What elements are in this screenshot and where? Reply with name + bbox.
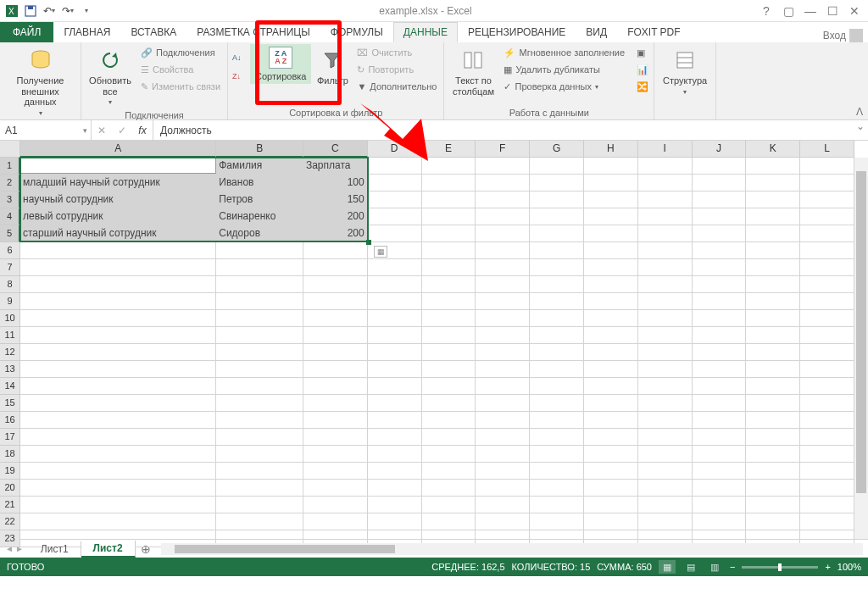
cell[interactable] — [693, 429, 747, 446]
cell[interactable] — [584, 158, 638, 175]
cell[interactable] — [476, 463, 530, 480]
tab-foxit[interactable]: FOXIT PDF — [617, 22, 690, 42]
cell[interactable] — [584, 310, 638, 327]
cell[interactable] — [530, 361, 584, 378]
cell[interactable] — [584, 497, 638, 513]
cell[interactable] — [368, 446, 422, 463]
cell[interactable] — [476, 293, 530, 310]
cell[interactable] — [476, 175, 530, 191]
close-button[interactable]: ✕ — [844, 3, 865, 19]
tab-review[interactable]: РЕЦЕНЗИРОВАНИЕ — [458, 22, 576, 42]
cell[interactable] — [303, 293, 368, 310]
cancel-formula-button[interactable]: ✕ — [92, 125, 112, 136]
cell[interactable] — [368, 310, 422, 327]
cell[interactable] — [476, 191, 530, 208]
cell[interactable] — [476, 395, 530, 412]
cell[interactable]: левый сотрудник — [20, 208, 216, 225]
cell[interactable] — [530, 310, 584, 327]
cell[interactable] — [693, 259, 747, 276]
cell[interactable] — [800, 327, 854, 344]
cell[interactable] — [530, 429, 584, 446]
cell[interactable] — [368, 513, 422, 530]
column-header[interactable]: G — [530, 141, 584, 158]
edit-links-button[interactable]: ✎Изменить связи — [137, 78, 224, 95]
cell[interactable] — [584, 361, 638, 378]
cell[interactable] — [638, 310, 693, 327]
cell[interactable] — [746, 513, 800, 530]
cell[interactable] — [638, 344, 693, 361]
cell[interactable] — [303, 395, 368, 412]
cell[interactable] — [476, 480, 530, 497]
row-header[interactable]: 6 — [0, 242, 20, 259]
cell[interactable] — [530, 242, 584, 259]
get-external-data-button[interactable]: Получение внешних данных ▾ — [3, 44, 78, 119]
cell[interactable] — [216, 412, 303, 429]
column-header[interactable]: D — [368, 141, 422, 158]
clear-filter-button[interactable]: ⌧Очистить — [353, 44, 440, 61]
cell[interactable] — [303, 310, 368, 327]
cell[interactable] — [422, 293, 476, 310]
cell[interactable] — [216, 480, 303, 497]
cell[interactable] — [476, 158, 530, 175]
cell[interactable] — [216, 242, 303, 259]
connections-button[interactable]: 🔗Подключения — [137, 44, 224, 61]
cell[interactable] — [638, 225, 693, 242]
cell[interactable] — [693, 463, 747, 480]
cell[interactable] — [800, 259, 854, 276]
cell[interactable] — [476, 327, 530, 344]
cell[interactable] — [584, 412, 638, 429]
cell[interactable] — [800, 429, 854, 446]
cell[interactable] — [216, 395, 303, 412]
cell[interactable] — [693, 158, 747, 175]
data-validation-button[interactable]: ✓Проверка данных ▾ — [500, 78, 628, 95]
cell[interactable] — [530, 395, 584, 412]
cell[interactable] — [800, 310, 854, 327]
reapply-button[interactable]: ↻Повторить — [353, 61, 440, 78]
avatar-icon[interactable] — [849, 29, 863, 42]
cell[interactable] — [693, 378, 747, 395]
cell[interactable] — [476, 361, 530, 378]
cell[interactable] — [638, 259, 693, 276]
column-header[interactable]: B — [216, 141, 303, 158]
cell[interactable] — [422, 344, 476, 361]
cell[interactable] — [476, 344, 530, 361]
cell[interactable] — [638, 463, 693, 480]
qat-customize[interactable]: ▾ — [78, 3, 95, 19]
row-header[interactable]: 22 — [0, 513, 20, 530]
cell[interactable] — [638, 513, 693, 530]
cell[interactable] — [584, 175, 638, 191]
cell[interactable]: Зарплата — [303, 158, 368, 175]
horizontal-scrollbar[interactable] — [161, 543, 863, 555]
cell[interactable] — [746, 327, 800, 344]
cell[interactable] — [638, 446, 693, 463]
cell[interactable] — [530, 225, 584, 242]
row-header[interactable]: 17 — [0, 429, 20, 446]
cell[interactable] — [584, 293, 638, 310]
cell[interactable] — [20, 259, 216, 276]
cell[interactable] — [530, 175, 584, 191]
cell[interactable] — [584, 395, 638, 412]
outline-button[interactable]: Структура ▾ — [658, 44, 712, 98]
cell[interactable]: 200 — [303, 208, 368, 225]
cell[interactable] — [303, 242, 368, 259]
cell[interactable]: 100 — [303, 175, 368, 191]
cell[interactable] — [476, 378, 530, 395]
cell[interactable] — [584, 259, 638, 276]
row-header[interactable]: 3 — [0, 191, 20, 208]
cell[interactable] — [746, 378, 800, 395]
cell[interactable] — [530, 344, 584, 361]
cell[interactable] — [20, 276, 216, 293]
cell[interactable] — [746, 208, 800, 225]
cell[interactable] — [530, 158, 584, 175]
cell[interactable] — [800, 497, 854, 513]
row-header[interactable]: 12 — [0, 344, 20, 361]
cell[interactable]: Сидоров — [216, 225, 303, 242]
cell[interactable] — [746, 361, 800, 378]
cell[interactable] — [530, 463, 584, 480]
cell[interactable]: 150 — [303, 191, 368, 208]
cell[interactable] — [693, 446, 747, 463]
cells-container[interactable]: ▦ ДолжностьФамилияЗарплатамладший научны… — [20, 158, 854, 525]
cell[interactable] — [303, 446, 368, 463]
cell[interactable] — [20, 412, 216, 429]
cell[interactable] — [584, 463, 638, 480]
